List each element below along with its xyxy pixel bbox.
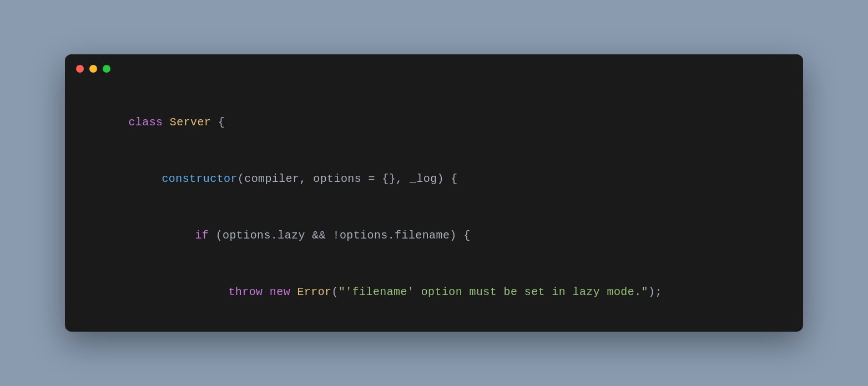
param-compiler: compiler,: [244, 172, 313, 185]
code-editor: class Server { constructor(compiler, opt…: [65, 83, 803, 332]
code-line-3: if (options.lazy && !options.filename) {: [87, 207, 781, 264]
close-button[interactable]: [76, 65, 84, 73]
options-filename: options.filename: [340, 229, 450, 242]
minimize-button[interactable]: [89, 65, 97, 73]
titlebar: [65, 54, 803, 83]
code-line-1: class Server {: [87, 94, 781, 151]
keyword-new: new: [270, 286, 290, 298]
code-window: class Server { constructor(compiler, opt…: [65, 54, 803, 332]
error-string: "'filename' option must be set in lazy m…: [339, 286, 648, 298]
keyword-if: if: [195, 229, 209, 242]
code-line-5: }: [87, 321, 781, 332]
class-name: Server: [170, 116, 211, 129]
keyword-throw: throw: [228, 286, 263, 298]
code-line-4: throw new Error("'filename' option must …: [87, 264, 781, 321]
keyword-class: class: [128, 116, 163, 129]
code-line-2: constructor(compiler, options = {}, _log…: [87, 151, 781, 207]
constructor-keyword: constructor: [162, 172, 237, 185]
maximize-button[interactable]: [103, 65, 110, 73]
error-class: Error: [297, 286, 331, 298]
options-lazy: options.lazy: [223, 229, 305, 242]
